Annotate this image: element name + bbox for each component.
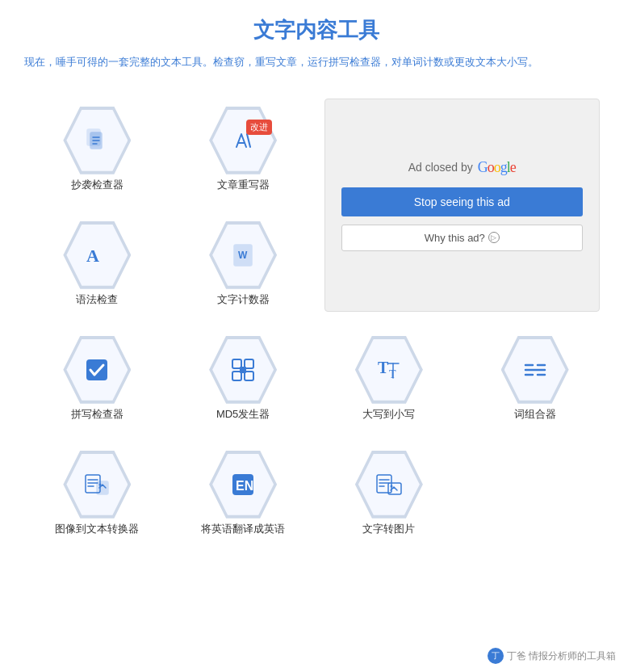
tool-icon-inner [66,110,128,171]
tool-icon-inner [66,339,128,401]
watermark-text: 丁爸 情报分析师的工具箱 [507,649,616,663]
tool-text-to-image-label: 文字转图片 [362,522,415,536]
tool-icon-inner: W [212,225,274,286]
tool-icon-inner [358,454,420,515]
tool-word-combiner-label: 词组合器 [514,407,556,422]
tool-icon-inner: T T [358,339,420,401]
svg-rect-14 [240,367,246,373]
ad-closed-text: Ad closed by [408,161,473,174]
svg-point-37 [390,485,392,487]
tool-icon-border: T T [355,336,423,404]
watermark-char: 丁 [492,650,500,662]
tool-word-count[interactable]: W 文字计数器 [170,205,316,320]
why-ad-label: Why this ad? [425,232,485,244]
tool-uppercase-label: 大写到小写 [362,407,415,422]
svg-text:A: A [86,246,99,266]
tool-icon-border [209,336,277,404]
image-to-text-icon [82,470,111,499]
tool-icon-inner [504,339,566,401]
page-title: 文字内容工具 [24,16,608,44]
watermark-icon: 丁 [488,648,504,664]
why-ad-button[interactable]: Why this ad? ▷ [341,225,584,251]
tool-plagiarism[interactable]: 抄袭检查器 [24,90,170,205]
svg-rect-32 [377,475,391,493]
word-combiner-icon [521,355,550,384]
ad-panel: Ad closed by Google Stop seeing this ad … [324,99,601,312]
tool-word-count-label: 文字计数器 [217,292,270,307]
tool-icon-inner: A [66,225,128,286]
tool-md5[interactable]: MD5发生器 [170,320,316,435]
uppercase-icon: T T [375,355,404,384]
text-to-image-icon [375,470,404,499]
tool-image-to-text-label: 图像到文本转换器 [55,522,139,536]
tool-icon-border [63,107,131,174]
word-count-icon: W [228,241,257,270]
tool-icon-border [209,107,277,174]
tool-icon-inner: EN [212,454,274,515]
tool-image-to-text[interactable]: 图像到文本转换器 [24,435,170,549]
tool-icon-inner [212,339,274,401]
svg-rect-28 [97,481,108,494]
google-logo: Google [478,159,516,176]
tool-icon-border: EN [209,451,277,519]
plagiarism-icon [82,126,111,155]
tool-uppercase[interactable]: T T 大写到小写 [316,320,462,435]
tool-icon-border [501,336,569,404]
tool-icon-border: W [209,221,277,289]
badge-improve: 改进 [246,120,272,135]
tool-rewriter-label: 文章重写器 [217,178,270,192]
svg-line-5 [247,134,250,147]
tool-plagiarism-label: 抄袭检查器 [71,178,123,192]
tool-grammar-label: 语法检查 [76,292,118,307]
tool-grammar[interactable]: A 语法检查 [24,205,170,320]
tool-text-to-image[interactable]: 文字转图片 [316,435,462,549]
tool-md5-label: MD5发生器 [216,407,270,422]
tool-icon-border [355,451,423,519]
md5-icon [228,355,257,384]
ad-closed-header: Ad closed by Google [408,159,516,176]
svg-text:EN: EN [236,479,253,493]
svg-point-29 [99,483,102,485]
svg-text:T: T [378,359,389,376]
page-subtitle: 现在，唾手可得的一套完整的文本工具。检查窃，重写文章，运行拼写检查器，对单词计数… [24,54,608,71]
tool-icon-border [63,336,131,404]
tool-icon-border: A [63,221,131,289]
tool-en-translate-label: 将英语翻译成英语 [201,522,285,536]
en-translate-icon: EN [228,470,257,499]
tool-icon-border [63,451,131,519]
grammar-icon: A [82,241,111,270]
why-ad-icon: ▷ [488,232,500,243]
tool-word-combiner[interactable]: 词组合器 [462,320,608,435]
tools-grid: 抄袭检查器 改进 文章重写器 [24,90,608,549]
tool-icon-inner [66,454,128,515]
watermark: 丁 丁爸 情报分析师的工具箱 [488,648,616,664]
svg-text:W: W [238,250,248,261]
spell-check-icon [82,355,111,384]
tool-en-translate[interactable]: EN 将英语翻译成英语 [170,435,316,549]
tool-rewriter[interactable]: 改进 文章重写器 [170,90,316,205]
stop-ad-button[interactable]: Stop seeing this ad [341,187,584,216]
tool-spell-check[interactable]: 拼写检查器 [24,320,170,435]
tool-spell-check-label: 拼写检查器 [71,407,123,422]
